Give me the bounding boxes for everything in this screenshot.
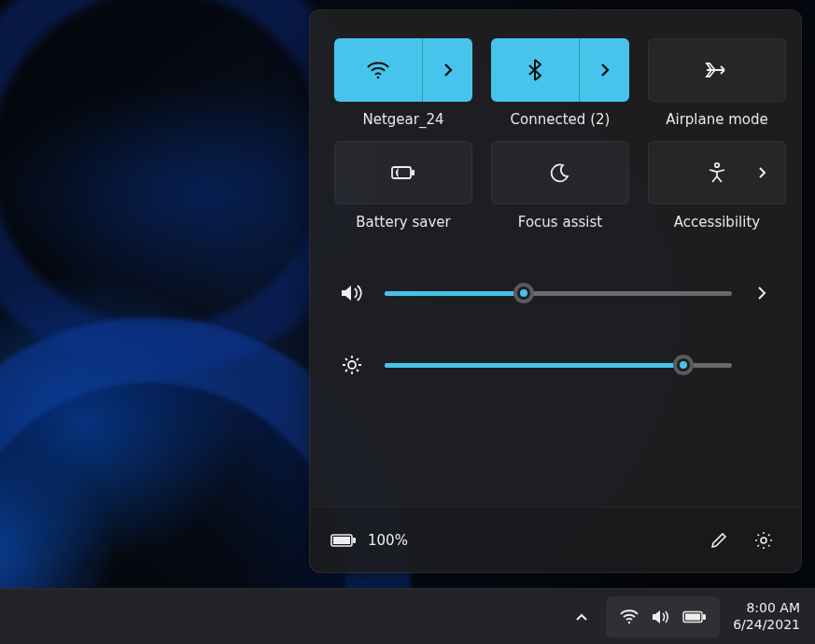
wifi-tile-wrap: Netgear_24 xyxy=(334,38,472,128)
bluetooth-label: Connected (2) xyxy=(511,111,611,128)
svg-point-4 xyxy=(348,361,356,369)
taskbar-clock[interactable]: 8:00 AM 6/24/2021 xyxy=(727,600,806,633)
speaker-icon xyxy=(338,283,366,303)
svg-rect-12 xyxy=(703,614,706,620)
wifi-toggle[interactable] xyxy=(334,38,472,102)
wifi-toggle-main[interactable] xyxy=(334,38,422,102)
system-tray-group[interactable] xyxy=(606,596,720,637)
quick-tiles-grid: Netgear_24 Connected (2) xyxy=(310,10,801,240)
taskbar-time: 8:00 AM xyxy=(746,600,800,617)
chevron-right-icon xyxy=(757,165,768,180)
battery-icon xyxy=(330,533,357,548)
accessibility-icon xyxy=(707,161,727,184)
tray-overflow-button[interactable] xyxy=(565,596,598,637)
volume-expand-button[interactable] xyxy=(751,285,773,301)
svg-rect-2 xyxy=(412,170,415,175)
volume-slider-thumb[interactable] xyxy=(513,283,534,303)
battery-icon xyxy=(682,610,707,623)
airplane-label: Airplane mode xyxy=(666,111,768,128)
chevron-right-icon xyxy=(598,62,611,78)
brightness-slider-row xyxy=(338,354,773,376)
focus-assist-tile-wrap: Focus assist xyxy=(491,141,629,231)
brightness-slider-thumb[interactable] xyxy=(673,355,694,375)
airplane-icon xyxy=(704,59,730,81)
moon-icon xyxy=(550,162,570,183)
gear-icon xyxy=(753,530,774,551)
battery-saver-icon xyxy=(389,164,417,181)
chevron-right-icon xyxy=(442,62,455,78)
chevron-right-icon xyxy=(755,285,768,301)
svg-rect-6 xyxy=(333,537,350,544)
volume-slider[interactable] xyxy=(385,291,732,296)
quick-settings-footer: 100% xyxy=(310,507,801,572)
brightness-slider-fill xyxy=(385,363,683,368)
wifi-label: Netgear_24 xyxy=(362,111,443,128)
svg-point-3 xyxy=(715,163,719,167)
brightness-icon xyxy=(338,354,366,376)
accessibility-label: Accessibility xyxy=(674,214,760,231)
airplane-tile-wrap: Airplane mode xyxy=(648,38,786,128)
wifi-icon xyxy=(366,61,390,79)
sliders-section xyxy=(310,257,801,385)
bluetooth-toggle[interactable] xyxy=(491,38,629,102)
battery-saver-toggle[interactable] xyxy=(334,141,472,204)
brightness-slider[interactable] xyxy=(385,363,732,368)
svg-rect-7 xyxy=(353,538,356,543)
battery-percent-label: 100% xyxy=(368,532,408,549)
taskbar-date: 6/24/2021 xyxy=(733,617,800,634)
bluetooth-expand-button[interactable] xyxy=(579,38,629,102)
edit-quick-settings-button[interactable] xyxy=(702,524,736,557)
accessibility-toggle[interactable] xyxy=(648,141,786,204)
settings-button[interactable] xyxy=(747,524,780,557)
bluetooth-tile-wrap: Connected (2) xyxy=(491,38,629,128)
svg-point-9 xyxy=(628,621,630,623)
volume-slider-row xyxy=(338,283,773,303)
focus-assist-toggle[interactable] xyxy=(491,141,629,204)
airplane-toggle[interactable] xyxy=(648,38,786,102)
focus-assist-label: Focus assist xyxy=(518,214,602,231)
taskbar: 8:00 AM 6/24/2021 xyxy=(0,588,815,644)
pencil-icon xyxy=(710,531,728,550)
speaker-icon xyxy=(651,609,671,625)
battery-saver-tile-wrap: Battery saver xyxy=(334,141,472,231)
bluetooth-icon xyxy=(527,58,543,82)
quick-settings-panel: Netgear_24 Connected (2) xyxy=(309,9,802,573)
volume-slider-fill xyxy=(385,291,524,296)
svg-point-0 xyxy=(377,77,380,79)
svg-rect-11 xyxy=(685,613,700,620)
bluetooth-toggle-main[interactable] xyxy=(491,38,579,102)
wifi-icon xyxy=(619,609,639,624)
accessibility-expand-button[interactable] xyxy=(757,165,768,180)
svg-point-8 xyxy=(761,538,766,543)
wifi-expand-button[interactable] xyxy=(422,38,472,102)
battery-saver-label: Battery saver xyxy=(356,214,451,231)
chevron-up-icon xyxy=(574,611,589,623)
svg-rect-1 xyxy=(392,167,411,178)
accessibility-tile-wrap: Accessibility xyxy=(648,141,786,231)
